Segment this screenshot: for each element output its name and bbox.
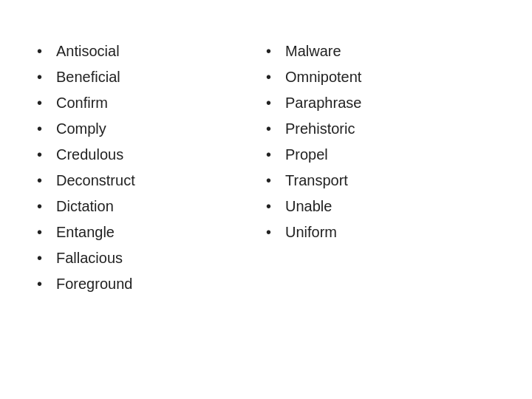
- word-label: Uniform: [285, 221, 337, 244]
- bullet-icon: [37, 247, 53, 270]
- word-label: Malware: [285, 40, 341, 63]
- list-item: Beneficial: [37, 66, 266, 89]
- list-item: Comply: [37, 117, 266, 140]
- bullet-icon: [37, 66, 53, 89]
- word-label: Comply: [56, 117, 106, 140]
- right-column: MalwareOmnipotentParaphrasePrehistoricPr…: [266, 40, 495, 377]
- list-item: Prehistoric: [266, 117, 495, 140]
- list-item: Propel: [266, 143, 495, 166]
- bullet-icon: [37, 40, 53, 63]
- list-item: Unable: [266, 195, 495, 218]
- bullet-icon: [266, 117, 282, 140]
- list-item: Antisocial: [37, 40, 266, 63]
- word-label: Omnipotent: [285, 66, 361, 89]
- word-label: Antisocial: [56, 40, 120, 63]
- list-item: Fallacious: [37, 247, 266, 270]
- bullet-icon: [37, 221, 53, 244]
- word-label: Unable: [285, 195, 332, 218]
- left-column: AntisocialBeneficialConfirmComplyCredulo…: [37, 40, 266, 377]
- word-label: Fallacious: [56, 247, 123, 270]
- list-item: Paraphrase: [266, 92, 495, 115]
- word-label: Transport: [285, 169, 348, 192]
- word-label: Dictation: [56, 195, 114, 218]
- list-item: Foreground: [37, 273, 266, 296]
- list-item: Credulous: [37, 143, 266, 166]
- bullet-icon: [37, 92, 53, 115]
- columns-container: AntisocialBeneficialConfirmComplyCredulo…: [37, 40, 495, 377]
- bullet-icon: [266, 221, 282, 244]
- word-label: Prehistoric: [285, 117, 355, 140]
- word-label: Foreground: [56, 273, 132, 296]
- bullet-icon: [37, 143, 53, 166]
- list-item: Dictation: [37, 195, 266, 218]
- list-item: Malware: [266, 40, 495, 63]
- word-label: Propel: [285, 143, 328, 166]
- bullet-icon: [37, 195, 53, 218]
- bullet-icon: [266, 40, 282, 63]
- list-item: Confirm: [37, 92, 266, 115]
- bullet-icon: [266, 66, 282, 89]
- bullet-icon: [37, 273, 53, 296]
- bullet-icon: [266, 195, 282, 218]
- word-label: Beneficial: [56, 66, 120, 89]
- list-item: Deconstruct: [37, 169, 266, 192]
- list-item: Entangle: [37, 221, 266, 244]
- list-item: Omnipotent: [266, 66, 495, 89]
- word-label: Confirm: [56, 92, 108, 115]
- bullet-icon: [266, 143, 282, 166]
- word-label: Deconstruct: [56, 169, 135, 192]
- bullet-icon: [37, 169, 53, 192]
- word-label: Paraphrase: [285, 92, 361, 115]
- bullet-icon: [37, 117, 53, 140]
- list-item: Transport: [266, 169, 495, 192]
- list-item: Uniform: [266, 221, 495, 244]
- bullet-icon: [266, 92, 282, 115]
- bullet-icon: [266, 169, 282, 192]
- word-label: Credulous: [56, 143, 123, 166]
- page: AntisocialBeneficialConfirmComplyCredulo…: [0, 0, 532, 399]
- word-label: Entangle: [56, 221, 115, 244]
